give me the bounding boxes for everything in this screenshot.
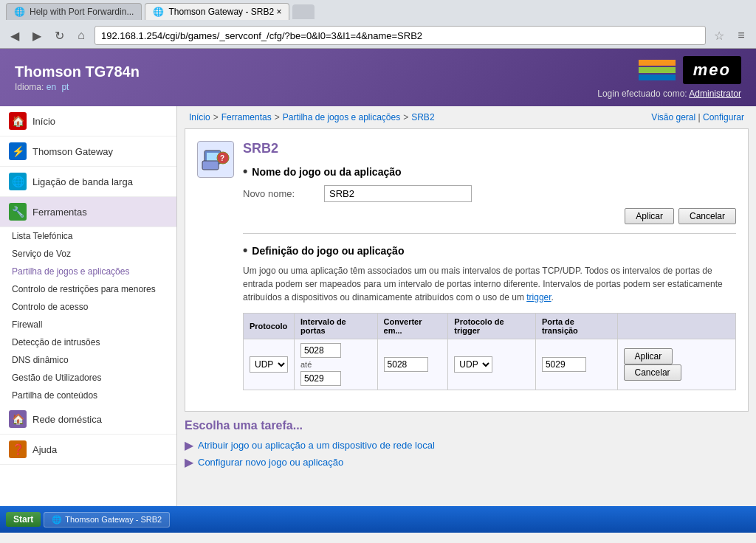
browser-chrome: 🌐 Help with Port Forwardin... 🌐 Thomson … bbox=[0, 0, 756, 49]
breadcrumb-partilha[interactable]: Partilha de jogos e aplicações bbox=[283, 112, 400, 122]
sidebar-sub-deteccao[interactable]: Detecção de intrusões bbox=[0, 333, 176, 351]
protocol-select[interactable]: UDP TCP bbox=[250, 356, 288, 373]
port-to-input[interactable] bbox=[300, 371, 341, 386]
app-header-row: ? SRB2 Nome do jogo ou da aplicação Novo… bbox=[197, 141, 736, 390]
cell-row-actions: Aplicar Cancelar bbox=[617, 339, 735, 390]
breadcrumb-srb2[interactable]: SRB2 bbox=[411, 112, 434, 122]
sidebar-sub-controlo-men[interactable]: Controlo de restrições para menores bbox=[0, 280, 176, 298]
home-button[interactable]: ⌂ bbox=[72, 27, 90, 44]
app-details: SRB2 Nome do jogo ou da aplicação Novo n… bbox=[243, 141, 736, 390]
sidebar-item-ferramentas[interactable]: 🔧 Ferramentas bbox=[0, 197, 176, 227]
lang-pt-link[interactable]: pt bbox=[61, 82, 69, 92]
transition-port-input[interactable] bbox=[542, 357, 586, 372]
back-button[interactable]: ◀ bbox=[6, 27, 24, 44]
meo-bar-green bbox=[639, 67, 676, 73]
sidebar-sub-partilha-cont[interactable]: Partilha de conteúdos bbox=[0, 387, 176, 404]
port-range-label: até bbox=[300, 359, 371, 370]
sidebar-label-rede: Rede doméstica bbox=[32, 414, 102, 425]
admin-link[interactable]: Administrator bbox=[689, 89, 741, 99]
task-link-atribuir[interactable]: Atribuir jogo ou aplicação a um disposit… bbox=[198, 440, 435, 451]
sidebar-sub-lista[interactable]: Lista Telefónica bbox=[0, 227, 176, 245]
sidebar-icon-banda: 🌐 bbox=[9, 173, 27, 190]
main-content: 🏠 Início ⚡ Thomson Gateway 🌐 Ligação de … bbox=[0, 106, 756, 506]
tasks-title: Escolha uma tarefa... bbox=[185, 419, 749, 432]
meo-color-bars bbox=[639, 60, 676, 80]
sidebar-label-gateway: Thomson Gateway bbox=[32, 146, 113, 157]
svg-text:?: ? bbox=[220, 154, 224, 162]
address-bar[interactable] bbox=[94, 26, 706, 45]
task-icon-configurar: ▶ bbox=[185, 455, 193, 469]
sidebar-icon-gateway: ⚡ bbox=[9, 142, 27, 160]
col-converter: Converter em... bbox=[377, 314, 448, 339]
sidebar-item-banda[interactable]: 🌐 Ligação de banda larga bbox=[0, 167, 176, 197]
sidebar-sub-firewall[interactable]: Firewall bbox=[0, 316, 176, 333]
convert-input[interactable] bbox=[384, 357, 428, 372]
lang-en-link[interactable]: en bbox=[47, 82, 56, 92]
refresh-button[interactable]: ↻ bbox=[50, 27, 68, 44]
configurar-link[interactable]: Configurar bbox=[703, 112, 744, 122]
visao-geral-link[interactable]: Visão geral bbox=[651, 112, 695, 122]
tab-help-icon: 🌐 bbox=[14, 7, 25, 17]
tab-thomson[interactable]: 🌐 Thomson Gateway - SRB2 × bbox=[145, 3, 289, 20]
header-login: Login efectuado como: Administrator bbox=[597, 89, 741, 99]
header-title: Thomson TG784n bbox=[15, 63, 140, 80]
svg-rect-2 bbox=[202, 161, 219, 170]
sidebar-sub-gestao[interactable]: Gestão de Utilizadores bbox=[0, 369, 176, 387]
bookmark-star[interactable]: ☆ bbox=[710, 27, 728, 44]
col-intervalo: Intervalo de portas bbox=[295, 314, 378, 339]
tab-help[interactable]: 🌐 Help with Port Forwardin... bbox=[6, 3, 142, 20]
forward-button[interactable]: ▶ bbox=[28, 27, 46, 44]
sidebar-sub-controlo-ac[interactable]: Controlo de acesso bbox=[0, 298, 176, 316]
header-lang: Idioma: en pt bbox=[15, 82, 140, 92]
svg-rect-1 bbox=[207, 153, 219, 161]
cell-port-range: até bbox=[295, 339, 378, 390]
sidebar-sub-partilha[interactable]: Partilha de jogos e aplicações bbox=[0, 263, 176, 280]
start-button[interactable]: Start bbox=[6, 512, 41, 527]
task-item-configurar: ▶ Configurar novo jogo ou aplicação bbox=[185, 455, 749, 469]
tab-new[interactable] bbox=[292, 4, 315, 19]
app-title: SRB2 bbox=[243, 141, 736, 156]
btn-row-1: Aplicar Cancelar bbox=[243, 208, 736, 224]
browser-menu-button[interactable]: ≡ bbox=[732, 27, 750, 44]
name-label: Novo nome: bbox=[243, 188, 317, 199]
content-area: Início > Ferramentas > Partilha de jogos… bbox=[177, 106, 756, 506]
sidebar-sub-dns[interactable]: DNS dinâmico bbox=[0, 351, 176, 369]
browser-title-bar: 🌐 Help with Port Forwardin... 🌐 Thomson … bbox=[0, 0, 756, 23]
col-actions bbox=[617, 314, 735, 339]
cancel-button-2[interactable]: Cancelar bbox=[624, 364, 681, 381]
sidebar-icon-ferramentas: 🔧 bbox=[9, 203, 27, 221]
content-box: ? SRB2 Nome do jogo ou da aplicação Novo… bbox=[185, 128, 749, 412]
meo-bar-blue bbox=[639, 75, 676, 80]
meo-logo: meo bbox=[683, 56, 741, 84]
trigger-protocol-select[interactable]: UDP TCP bbox=[454, 356, 492, 373]
header-title-area: Thomson TG784n Idioma: en pt bbox=[15, 63, 140, 92]
taskbar-item-browser[interactable]: 🌐 Thomson Gateway - SRB2 bbox=[44, 512, 170, 528]
sidebar-sub-voz[interactable]: Serviço de Voz bbox=[0, 245, 176, 263]
tab-help-label: Help with Port Forwardin... bbox=[30, 7, 134, 17]
sidebar-item-inicio[interactable]: 🏠 Início bbox=[0, 106, 176, 136]
sidebar-item-rede[interactable]: 🏠 Rede doméstica bbox=[0, 404, 176, 435]
sidebar: 🏠 Início ⚡ Thomson Gateway 🌐 Ligação de … bbox=[0, 106, 177, 506]
tab-thomson-label: Thomson Gateway - SRB2 × bbox=[168, 7, 281, 17]
name-input[interactable] bbox=[324, 185, 472, 202]
sidebar-item-gateway[interactable]: ⚡ Thomson Gateway bbox=[0, 136, 176, 167]
apply-button-1[interactable]: Aplicar bbox=[625, 208, 674, 224]
breadcrumb-ferramentas[interactable]: Ferramentas bbox=[221, 112, 272, 122]
breadcrumb-nav: Início > Ferramentas > Partilha de jogos… bbox=[189, 112, 435, 122]
sidebar-icon-rede: 🏠 bbox=[9, 410, 27, 428]
cell-protocol: UDP TCP bbox=[244, 339, 295, 390]
port-from-input[interactable] bbox=[300, 343, 341, 358]
sidebar-label-banda: Ligação de banda larga bbox=[32, 176, 133, 187]
trigger-link[interactable]: trigger bbox=[526, 292, 551, 302]
breadcrumb-inicio[interactable]: Início bbox=[189, 112, 210, 122]
sidebar-item-ajuda[interactable]: ❓ Ajuda bbox=[0, 435, 176, 465]
cancel-button-1[interactable]: Cancelar bbox=[678, 208, 736, 224]
breadcrumb: Início > Ferramentas > Partilha de jogos… bbox=[177, 106, 756, 128]
page-wrapper: Thomson TG784n Idioma: en pt meo Login e… bbox=[0, 49, 756, 533]
task-link-configurar[interactable]: Configurar novo jogo ou aplicação bbox=[198, 457, 343, 468]
apply-button-2[interactable]: Aplicar bbox=[624, 348, 673, 364]
sidebar-icon-inicio: 🏠 bbox=[9, 112, 27, 130]
cell-trigger-protocol: UDP TCP bbox=[448, 339, 536, 390]
taskbar-browser-icon: 🌐 bbox=[52, 515, 62, 525]
cell-transition-port bbox=[535, 339, 617, 390]
